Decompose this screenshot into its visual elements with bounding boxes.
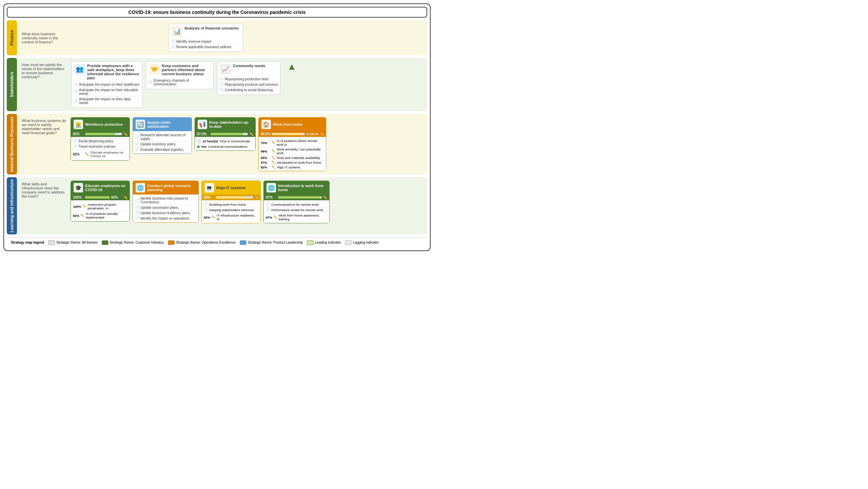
stakeholders-row: Stakeholders How must we satisfy the nee… xyxy=(7,58,427,111)
legend-bar: Strategy map legend Strategic theme: All… xyxy=(7,237,427,248)
lc4-pct1: 97% xyxy=(266,196,277,199)
c2-item1: 📄 Research alternate sources of supply xyxy=(135,133,190,141)
customers-icon: 🤝 xyxy=(149,64,160,75)
sk-card2-header: 🤝 Keep customers and partners informed a… xyxy=(146,62,213,77)
learning-card2: 🌐 Conduct global scenario planning 📄 Ide… xyxy=(133,181,199,223)
lc1-pct2: 82% xyxy=(111,196,122,199)
legend-product: Strategic theme: Product Leadership xyxy=(240,240,303,245)
lc1-m1-label: Awareness program penetration, % xyxy=(87,203,127,210)
page-title: COVID-19: ensure business continuity dur… xyxy=(7,7,427,18)
learning-card3: 💻 Align IT systems 82% ✏️ 📄 xyxy=(201,181,261,223)
c3-pencil1: ✏️ xyxy=(249,132,253,136)
lc4-doc2: 📄 xyxy=(266,208,270,212)
lc2-title: Conduct global scenario planning xyxy=(147,184,196,192)
c2-item2-text: Update inventory policy xyxy=(140,142,176,146)
stakeholders-card1: 👥 Provide employees with a safe workplac… xyxy=(71,61,142,108)
sk-card1-body: 📄 Anticipate the impact on their healthc… xyxy=(72,81,142,107)
lc3-doc2: 📄 xyxy=(204,208,208,212)
internal-c3-body: 87.5% ✏️ 🕐 12 hour(s) Time to communicat… xyxy=(195,131,255,150)
sk-card3-title: Community needs xyxy=(233,64,277,68)
lc1-pct1: 100% xyxy=(73,196,84,199)
lc4-m2: 📄 Performance review for remote work, xyxy=(266,207,327,212)
lc3-doc1: 📄 xyxy=(204,203,208,206)
c1-pct1: 82% xyxy=(73,132,84,136)
c3-m2-label: Contextual communications xyxy=(208,145,248,148)
legend-all-themes: Strategic theme: All themes xyxy=(48,240,98,245)
learning-question: What skills and infrastructure does the … xyxy=(20,181,68,200)
stakeholders-card3: 📈 Community needs 📄 Repurposing producti… xyxy=(217,61,280,95)
c4-m4-icon: ✏️ xyxy=(272,161,275,164)
all-themes-swatch xyxy=(48,240,55,245)
finance-card1-header: 📊 Analysis of financial scenarios xyxy=(169,24,243,38)
lc4-pencil: ✏️ xyxy=(323,196,327,199)
lc1-title: Educate employees on COVID-19 xyxy=(85,184,127,192)
lc1-m2-label: % of practices actually implemented xyxy=(86,212,127,219)
lc1-m1: 100% ✏️ Awareness program penetration, % xyxy=(73,202,127,211)
c4-pbar1 xyxy=(272,133,305,135)
doc-icon1: 📄 xyxy=(171,40,175,43)
sk2-item1-text: Emergency channels of communication xyxy=(154,79,211,86)
lc1-header: 🎓 Educate employees on COVID-19 xyxy=(71,181,130,195)
c1-sub-text: Educate employees on COVID-19 xyxy=(91,150,127,158)
c1-pbar1 xyxy=(85,133,122,135)
c2-doc2: 📄 xyxy=(135,142,139,146)
lc3-m1-label: Enabling work from home xyxy=(209,203,246,206)
leading-label: Leading indicator xyxy=(315,241,341,244)
internal-c4-header: 🏠 Work from home xyxy=(259,118,326,131)
finance-label: Finance xyxy=(7,20,17,55)
c3-m2-val: Yes xyxy=(201,145,206,148)
finance-item2: 📄 Review applicable insurance policies xyxy=(171,44,241,49)
c3-m1-label: Time to communicate xyxy=(219,139,250,143)
internal-c1-body: 82% ✏️ 📄 Social distancing policy 📄 xyxy=(71,131,130,160)
internal-content: What business systems do we need to sati… xyxy=(17,114,427,175)
c1-item2: 📄 Travel restriction policies xyxy=(73,144,127,149)
c1-pencil1: ✏️ xyxy=(123,132,127,136)
c4-m2-icon: ✏️ xyxy=(272,149,275,153)
internal-row: Internal Business Processes What busines… xyxy=(7,114,427,175)
sk3-icon1: 📄 xyxy=(219,77,223,81)
c4-m2: 98% ✏️ Work remotely / can potentially w… xyxy=(261,147,324,155)
c1-item1-text: Social distancing policy xyxy=(78,139,113,143)
lc2-body: 📄 Identify business risks posed by Coron… xyxy=(133,195,198,222)
lc1-m1-val: 100% xyxy=(73,205,81,208)
leading-swatch xyxy=(307,240,314,245)
legend-customer: Strategic theme: Customer Intimacy xyxy=(102,240,164,245)
internal-c1-title: Workforce protection xyxy=(85,122,123,126)
community-icon: 📈 xyxy=(220,64,231,75)
internal-c3-title: Keep stakeholders up-to-date xyxy=(209,120,253,128)
c4-m3-label: Tools and materials availability xyxy=(277,156,320,160)
c4-m5: 82% ✏️ Align IT systems xyxy=(261,165,324,169)
lc2-doc4: 📄 xyxy=(135,217,139,220)
c3-m2: Yes Contextual communications xyxy=(197,144,253,149)
product-swatch xyxy=(240,240,246,245)
finance-row: Finance What does business continuity me… xyxy=(7,20,427,55)
lc1-body: 100% 82% ✏️ 100% ✏️ Awareness program pe… xyxy=(71,195,130,221)
internal-c2-header: 🔄 Supply-chain stabilization xyxy=(133,118,192,131)
sk1-item2-text: Anticipate the impact on their education… xyxy=(79,88,140,96)
workforce-icon: 👷 xyxy=(74,120,83,129)
learning-card1: 🎓 Educate employees on COVID-19 100% 82%… xyxy=(71,181,130,222)
c4-m4-val: 97% xyxy=(261,161,270,164)
lc3-m3: 82% ✏️ IT infrastructure readiness, % xyxy=(204,212,258,222)
c1-progress1-row: 82% ✏️ xyxy=(71,131,130,137)
c4-progress-row: 89.5% 87.667% ✏️ xyxy=(259,131,326,137)
sk1-item1: 📄 Anticipate the impact on their healthc… xyxy=(74,82,140,87)
internal-card2: 🔄 Supply-chain stabilization 📄 Research … xyxy=(133,117,192,154)
c4-pct2: 87.667% xyxy=(306,133,318,136)
internal-c4-title: Work from home xyxy=(273,122,302,126)
wfh-icon: 🏠 xyxy=(261,120,271,129)
employees-icon: 👥 xyxy=(74,64,85,75)
c4-m5-label: Align IT systems xyxy=(277,165,300,169)
legend-lagging: Lagging indicator xyxy=(345,240,379,245)
finance-content: What does business continuity mean in th… xyxy=(17,20,427,55)
sk-card1-title: Provide employees with a safe workplace,… xyxy=(87,64,139,80)
c1-pencil2: ✏️ xyxy=(85,152,89,156)
finance-item2-text: Review applicable insurance policies xyxy=(176,45,232,49)
main-container: COVID-19: ensure business continuity dur… xyxy=(3,3,431,251)
legend-operations: Strategic theme: Operations Excellence xyxy=(168,240,236,245)
lc3-body: 82% ✏️ 📄 Enabling work from home 📄 xyxy=(202,195,260,223)
finance-chart-icon: 📊 xyxy=(172,26,182,37)
internal-card4: 🏠 Work from home 89.5% 87.667% ✏️ xyxy=(258,117,326,171)
internal-card3: 📢 Keep stakeholders up-to-date 87.5% ✏️ xyxy=(195,117,256,151)
sk1-icon2: 📄 xyxy=(74,90,78,94)
